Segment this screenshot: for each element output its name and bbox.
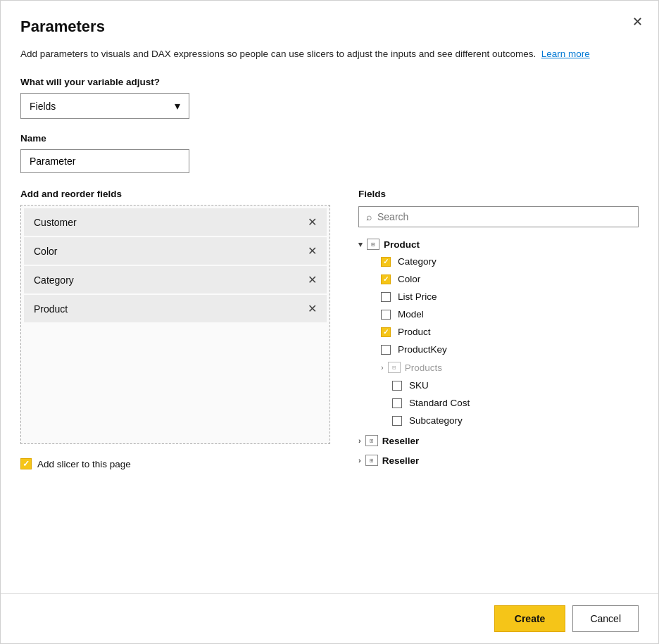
chevron-down-icon: ▾ xyxy=(358,240,363,249)
subgroup-name: Products xyxy=(405,362,442,373)
field-list-item: Customer ✕ xyxy=(24,208,327,236)
dialog-title: Parameters xyxy=(20,18,639,36)
item-checkbox[interactable] xyxy=(392,398,402,408)
field-name: Customer xyxy=(34,217,77,228)
learn-more-link[interactable]: Learn more xyxy=(541,49,590,59)
tree-item[interactable]: ProductKey xyxy=(358,341,636,358)
dropdown-value: Fields xyxy=(30,101,56,112)
tree-item[interactable]: SKU xyxy=(358,377,636,394)
dialog-description: Add parameters to visuals and DAX expres… xyxy=(20,47,639,61)
tree-item[interactable]: Color xyxy=(358,270,636,288)
tree-item-label: List Price xyxy=(398,291,437,302)
field-list-item: Product ✕ xyxy=(24,295,327,322)
tree-item[interactable]: Subcategory xyxy=(358,412,636,429)
tree-item-label: SKU xyxy=(409,380,429,391)
tree-item-label: ProductKey xyxy=(398,344,447,355)
search-icon: ⌕ xyxy=(366,211,372,222)
field-remove-button[interactable]: ✕ xyxy=(308,244,317,258)
dialog-footer: Create Cancel xyxy=(1,593,658,643)
search-box: ⌕ xyxy=(358,206,639,227)
fields-list-container: Customer ✕Color ✕Category ✕Product ✕ xyxy=(20,205,330,444)
tree-group: › ⊞ Reseller xyxy=(358,432,636,449)
check-icon: ✓ xyxy=(23,459,30,469)
item-checkbox[interactable] xyxy=(381,310,391,320)
tree-item[interactable]: Standard Cost xyxy=(358,394,636,412)
name-label: Name xyxy=(20,133,639,144)
tree-group-name: Product xyxy=(384,239,420,250)
item-checkbox[interactable] xyxy=(381,292,391,302)
chevron-right-icon: › xyxy=(381,363,384,372)
left-column: Add and reorder fields Customer ✕Color ✕… xyxy=(20,189,330,469)
field-remove-button[interactable]: ✕ xyxy=(308,302,317,315)
search-input[interactable] xyxy=(377,211,631,222)
field-name: Color xyxy=(34,246,57,257)
field-list-item: Color ✕ xyxy=(24,237,327,265)
chevron-right-icon: › xyxy=(358,456,361,465)
name-input[interactable] xyxy=(20,149,189,173)
fields-panel-title: Fields xyxy=(358,189,639,199)
field-remove-button[interactable]: ✕ xyxy=(308,273,317,286)
tree-group-name: Reseller xyxy=(382,436,420,446)
right-column: Fields ⌕ ▾ ⊞ Product Category Color List… xyxy=(358,189,639,472)
parameters-dialog: ✕ Parameters Add parameters to visuals a… xyxy=(0,0,659,644)
add-slicer-checkbox[interactable]: ✓ xyxy=(20,458,32,469)
field-list-item: Category ✕ xyxy=(24,266,327,293)
add-fields-label: Add and reorder fields xyxy=(20,189,330,199)
field-name: Product xyxy=(34,303,68,315)
tree-item[interactable]: Product xyxy=(358,323,636,341)
item-checkbox[interactable] xyxy=(381,345,391,355)
tree-group: › ⊞ Reseller xyxy=(358,452,636,469)
tree-item[interactable]: List Price xyxy=(358,288,636,305)
item-checkbox[interactable] xyxy=(381,274,391,284)
tree-item-label: Category xyxy=(398,256,437,267)
chevron-down-icon: › xyxy=(358,436,361,445)
tree-item[interactable]: Category xyxy=(358,253,636,270)
tree-group-header[interactable]: ▾ ⊞ Product xyxy=(358,236,636,253)
tree-subgroup-header[interactable]: › ⊞ Products xyxy=(358,358,636,377)
item-checkbox[interactable] xyxy=(392,416,402,426)
table-icon: ⊞ xyxy=(365,455,378,466)
tree-group-header[interactable]: › ⊞ Reseller xyxy=(358,432,636,449)
cancel-button[interactable]: Cancel xyxy=(572,605,639,632)
table-icon: ⊞ xyxy=(367,239,379,250)
field-name: Category xyxy=(34,274,74,286)
item-checkbox[interactable] xyxy=(392,381,402,391)
close-icon: ✕ xyxy=(632,14,643,30)
add-slicer-row: ✓ Add slicer to this page xyxy=(20,458,330,469)
tree-item-label: Standard Cost xyxy=(409,398,470,408)
tree-item-label: Product xyxy=(398,327,431,337)
table-icon: ⊞ xyxy=(365,435,378,446)
tree-item[interactable]: Model xyxy=(358,305,636,323)
variable-label: What will your variable adjust? xyxy=(20,77,639,87)
tree-group-name: Reseller xyxy=(382,455,420,466)
tree-item-label: Color xyxy=(398,274,420,284)
fields-tree: ▾ ⊞ Product Category Color List Price Mo… xyxy=(358,236,639,472)
variable-dropdown[interactable]: Fields ▾ xyxy=(20,93,189,119)
tree-group-header[interactable]: › ⊞ Reseller xyxy=(358,452,636,469)
tree-item-label: Model xyxy=(398,309,424,320)
item-checkbox[interactable] xyxy=(381,327,391,337)
chevron-down-icon: ▾ xyxy=(175,99,180,113)
table-icon: ⊞ xyxy=(388,362,401,373)
tree-item-label: Subcategory xyxy=(409,415,463,426)
add-slicer-label: Add slicer to this page xyxy=(37,459,131,469)
two-column-layout: Add and reorder fields Customer ✕Color ✕… xyxy=(20,189,639,472)
tree-group: ▾ ⊞ Product Category Color List Price Mo… xyxy=(358,236,636,429)
item-checkbox[interactable] xyxy=(381,257,391,267)
close-button[interactable]: ✕ xyxy=(627,12,647,32)
create-button[interactable]: Create xyxy=(494,605,566,632)
field-remove-button[interactable]: ✕ xyxy=(308,215,317,229)
